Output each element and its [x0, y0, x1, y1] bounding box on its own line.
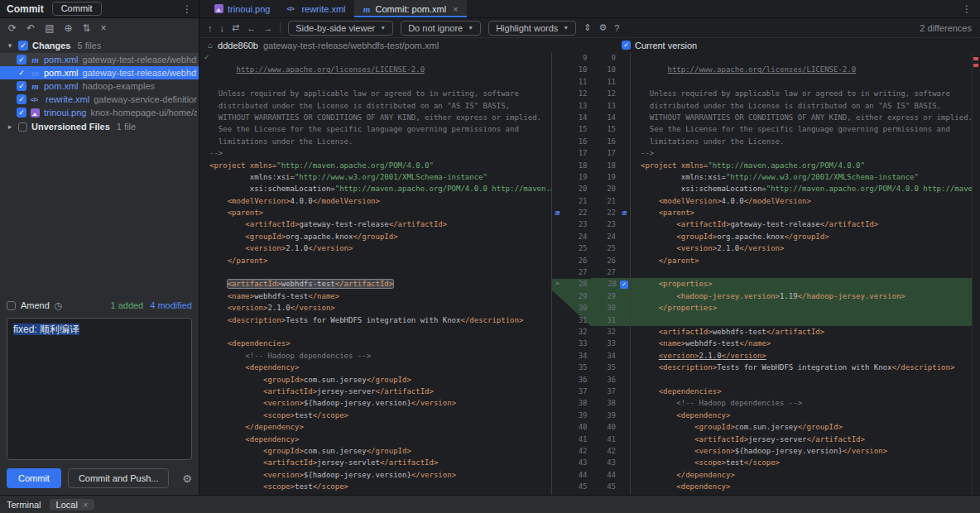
image-file-icon	[214, 4, 223, 13]
code-line-left	[199, 266, 551, 278]
line-number-left: 20	[563, 183, 591, 194]
error-stripe-mark[interactable]	[973, 57, 978, 60]
commit-icon: ⌂	[208, 41, 213, 50]
commit-message-input[interactable]: fixed: 顺利编译	[7, 318, 192, 460]
next-difference-icon[interactable]: ↓	[220, 23, 225, 33]
code-line-right: <!-- Hadoop dependencies -->	[631, 397, 972, 409]
history-clock-icon[interactable]: ◷	[55, 300, 63, 311]
tab-label: trinoui.png	[228, 4, 270, 14]
current-version-checkbox[interactable]: ✓	[622, 41, 631, 50]
gutter-left-half: 9	[552, 52, 591, 64]
line-number-right: 45	[591, 481, 620, 492]
editor-tab[interactable]: trinoui.png	[206, 0, 278, 17]
diff-right-pane[interactable]: http://www.apache.org/licenses/LICENSE-2…	[631, 52, 973, 495]
diff-left-pane[interactable]: http://www.apache.org/licenses/LICENSE-2…	[199, 52, 552, 495]
gutter-row: »2828✓	[552, 278, 630, 290]
code-line-right: Unless required by applicable law or agr…	[631, 88, 972, 99]
line-number-left: 13	[563, 100, 591, 112]
gutter-row: 2929	[552, 290, 630, 302]
commit-message-text: fixed: 顺利编译	[13, 324, 79, 335]
changes-checkbox[interactable]: ✓	[18, 41, 28, 50]
line-number-right: 29	[591, 290, 620, 302]
whitespace-select-label: Do not ignore	[408, 23, 463, 33]
line-number-right: 38	[591, 397, 620, 409]
close-icon[interactable]: ×	[453, 4, 458, 14]
changed-file-row[interactable]: ✓mpom.xmlgateway-test-release/webhdfs-te…	[0, 66, 199, 79]
line-number-right: 13	[591, 100, 620, 112]
gutter-left-half: 34	[552, 350, 591, 362]
line-number-left: 11	[563, 76, 591, 88]
code-line-right: <artifactId>jersey-server</artifactId>	[631, 434, 972, 445]
file-checkbox[interactable]: ✓	[17, 68, 26, 78]
code-line-right: <name>webhdfs-test</name>	[631, 338, 972, 349]
code-line-left: <version>2.1.0</version>	[199, 302, 551, 314]
unversioned-checkbox[interactable]	[18, 122, 27, 132]
back-icon[interactable]: ←	[247, 23, 256, 33]
code-line-left: <artifactId>jersey-servlet</artifactId>	[199, 457, 551, 468]
swap-sides-icon[interactable]: ⇄	[232, 22, 239, 33]
help-icon[interactable]: ?	[614, 23, 619, 33]
file-path: gateway-test-release/webhdfs-test	[83, 68, 197, 78]
line-number-left: 40	[563, 421, 591, 433]
diff-settings-icon[interactable]: ⚙	[598, 22, 607, 33]
chevron-down-icon[interactable]: ▾	[6, 41, 14, 50]
editor-tab[interactable]: mCommit: pom.xml×	[354, 0, 467, 17]
gutter-left-half: 41	[552, 434, 591, 445]
expand-all-icon[interactable]: ⇅	[83, 22, 91, 34]
gutter-row: 2121	[552, 195, 630, 207]
highlight-select[interactable]: Highlight words▼	[488, 21, 576, 36]
changes-group-row[interactable]: ▾ ✓ Changes 5 files	[0, 38, 199, 53]
line-number-right: 35	[591, 362, 620, 373]
previous-difference-icon[interactable]: ↑	[208, 23, 213, 33]
include-change-checkbox[interactable]: ✓	[620, 280, 628, 289]
terminal-tab-local[interactable]: Local ×	[50, 499, 95, 511]
gutter-left-half: 43	[552, 457, 591, 468]
commit-panel-tab[interactable]: Commit	[52, 2, 102, 16]
gutter-row: 3434	[552, 350, 630, 362]
chevron-down-icon: ▼	[468, 25, 473, 31]
code-line-left: -->	[199, 147, 551, 159]
line-number-right: 31	[591, 314, 620, 326]
file-checkbox[interactable]: ✓	[17, 81, 26, 91]
unversioned-group-row[interactable]: ▸ Unversioned Files 1 file	[0, 119, 199, 134]
gutter-right-half: 32	[591, 326, 631, 338]
refresh-icon[interactable]: ⟳	[8, 22, 17, 34]
more-options-icon[interactable]: ⋮	[182, 3, 192, 15]
gutter-left-half: 23	[552, 218, 591, 230]
close-icon[interactable]: ×	[83, 500, 88, 510]
commit-settings-gear-icon[interactable]: ⚙	[182, 472, 192, 485]
changed-file-row[interactable]: ✓mpom.xmlgateway-test-release/webhdfs-ke…	[0, 53, 199, 66]
error-stripe-mark[interactable]	[973, 64, 978, 67]
editor-tab[interactable]: </>rewrite.xml	[278, 0, 353, 17]
file-checkbox[interactable]: ✓	[17, 108, 26, 117]
amend-checkbox[interactable]	[7, 301, 16, 310]
whitespace-select[interactable]: Do not ignore▼	[401, 21, 481, 36]
commit-and-push-button[interactable]: Commit and Push...	[68, 468, 170, 488]
line-number-right: 32	[591, 326, 620, 338]
collapse-unchanged-icon[interactable]: ⇕	[584, 22, 591, 33]
viewer-mode-select[interactable]: Side-by-side viewer▼	[288, 21, 393, 36]
more-options-icon[interactable]: ⋮	[962, 3, 980, 15]
rollback-icon[interactable]: ↶	[26, 22, 35, 34]
gutter-row: m2222m	[552, 207, 630, 218]
changed-file-row[interactable]: ✓trinoui.pngknox-homepage-ui/home/assets…	[0, 106, 199, 119]
chevron-right-icon[interactable]: ▸	[6, 122, 14, 131]
line-number-left: 35	[563, 362, 591, 373]
forward-icon[interactable]: →	[263, 23, 272, 33]
apply-change-icon[interactable]: »	[552, 278, 563, 290]
code-line-right	[631, 266, 972, 278]
gutter-left-half: 38	[552, 397, 591, 409]
show-diff-icon[interactable]: ▤	[45, 22, 54, 34]
collapse-all-icon[interactable]: ×	[101, 22, 107, 34]
diff-viewer: ↑↓⇄←→Side-by-side viewer▼Do not ignore▼H…	[199, 18, 980, 495]
commit-button[interactable]: Commit	[7, 468, 61, 488]
terminal-label[interactable]: Terminal	[7, 500, 41, 510]
file-checkbox[interactable]: ✓	[17, 94, 26, 104]
changed-file-row[interactable]: ✓</>rewrite.xmlgateway-service-definitio…	[0, 93, 199, 106]
gutter-row: 3939	[552, 410, 630, 421]
gutter-row: 2727	[552, 266, 630, 278]
changed-file-row[interactable]: ✓mpom.xmlhadoop-examples	[0, 79, 199, 93]
diff-scrollbar[interactable]	[973, 52, 980, 495]
file-checkbox[interactable]: ✓	[17, 55, 26, 65]
group-by-icon[interactable]: ⊕	[64, 22, 72, 34]
